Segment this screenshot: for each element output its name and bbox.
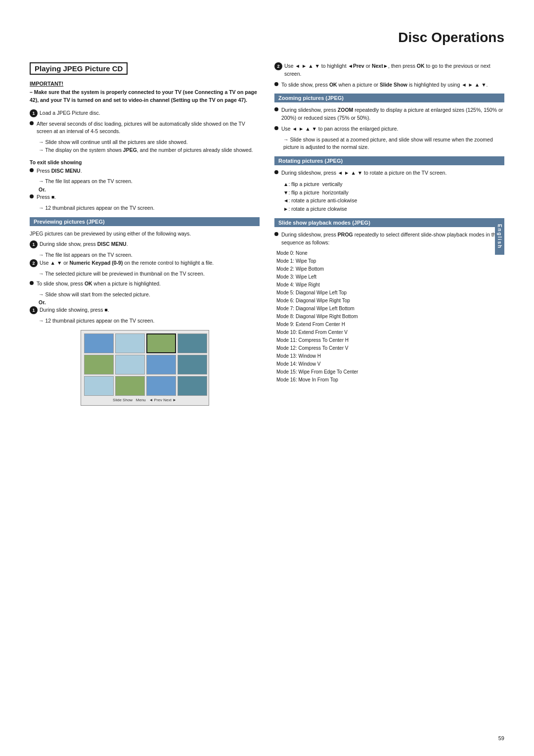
mode-7: Mode 7: Diagonal Wipe Left Bottom — [276, 305, 504, 313]
rotate-section-header: Rotating pictures (JPEG) — [274, 156, 504, 165]
mode-9: Mode 9: Extend From Center H — [276, 321, 504, 329]
thumb-4 — [178, 333, 207, 353]
rotate-down: ▼: flip a picture horizontally — [283, 189, 504, 197]
page: Disc Operations Playing JPEG Picture CD … — [0, 0, 534, 756]
mode-0: Mode 0: None — [276, 249, 504, 257]
bullet-slide-show-ok: To slide show, press OK when a picture i… — [30, 280, 260, 288]
zoom-bullet-1: During slideshow, press ZOOM repeatedly … — [274, 106, 504, 122]
mode-14: Mode 14: Window V — [276, 360, 504, 368]
page-number: 59 — [498, 735, 504, 741]
slide-show-ok-text: To slide show, press OK when a picture i… — [37, 280, 260, 288]
preview-step-2-text: Use ▲ ▼ or Numeric Keypad (0-9) on the r… — [40, 259, 260, 267]
arrow-display-jpeg: The display on the system shows JPEG, an… — [30, 146, 260, 154]
arrow-12-thumbnails-2: 12 thumbnail pictures appear on the TV s… — [30, 317, 260, 325]
important-text: – Make sure that the system is properly … — [30, 89, 260, 104]
mode-12: Mode 12: Compress To Center V — [276, 344, 504, 352]
slideshow-intro-text: During slideshow, press PROG repeatedly … — [281, 231, 504, 247]
thumbnail-preview-box: Slide Show Menu ◄ Prev Next ► — [81, 330, 209, 406]
bullet-rotate — [274, 170, 278, 174]
bullet-zoom-1 — [274, 107, 278, 111]
mode-11: Mode 11: Compress To Center H — [276, 336, 504, 344]
bullet-icon-right-1 — [274, 82, 278, 86]
thumb-controls: Slide Show Menu ◄ Prev Next ► — [84, 398, 206, 402]
arrow-zoom-pause: Slide show is paused at a zoomed picture… — [274, 136, 504, 152]
rotate-bullet: During slideshow, press ◄ ► ▲ ▼ to rotat… — [274, 169, 504, 177]
bullet-icon-1 — [30, 121, 34, 125]
thumb-grid — [84, 333, 206, 396]
mode-4: Mode 4: Wipe Right — [276, 281, 504, 289]
section-title-left: Playing JPEG Picture CD — [30, 62, 128, 75]
thumb-3 — [146, 333, 176, 353]
zoom-bullet-2: Use ◄ ► ▲ ▼ to pan across the enlarged p… — [274, 125, 504, 133]
bullet-disc-loading: After several seconds of disc loading, p… — [30, 120, 260, 136]
bullet-icon-disc-menu — [30, 168, 34, 172]
rotate-left: ◄: rotate a picture anti-clokwise — [283, 196, 504, 205]
step-number-1: 1 — [30, 109, 38, 117]
thumb-5 — [84, 355, 114, 375]
thumb-6 — [115, 355, 145, 375]
page-title: Disc Operations — [30, 30, 504, 50]
preview-intro: JPEG pictures can be previewed by using … — [30, 230, 260, 238]
arrow-selected-picture: The selected picture will be previewed i… — [30, 270, 260, 278]
mode-2: Mode 2: Wipe Bottom — [276, 265, 504, 273]
thumb-10 — [115, 376, 145, 396]
right-step-number-2: 2 — [274, 62, 282, 70]
preview-step-number-2: 2 — [30, 259, 38, 267]
bullet-press-disc-menu: Press DISC MENU. — [30, 167, 260, 175]
preview-step-number-3: 1 — [30, 306, 38, 314]
preview-step-1: 1 During slide show, press DISC MENU. — [30, 240, 260, 248]
zoom-section-header: Zooming pictures (JPEG) — [274, 94, 504, 102]
arrow-12-thumbnails-1: 12 thumbnail pictures appear on the TV s… — [30, 204, 260, 212]
press-stop-text: Press ■. — [37, 193, 260, 201]
mode-13: Mode 13: Window H — [276, 352, 504, 360]
step-1: 1 Load a JPEG Picture disc. — [30, 109, 260, 117]
press-disc-menu-text: Press DISC MENU. — [37, 167, 260, 175]
bullet-icon-ok — [30, 281, 34, 285]
arrow-file-list-1: The file list appears on the TV screen. — [30, 178, 260, 186]
rotate-up: ▲: flip a picture vertically — [283, 180, 504, 189]
or-text-2: Or. — [30, 299, 260, 305]
important-label: IMPORTANT! — [30, 81, 260, 87]
preview-step-3-text: During slide showing, press ■. — [40, 306, 260, 314]
thumb-7 — [146, 355, 176, 375]
slideshow-bullet: During slideshow, press PROG repeatedly … — [274, 231, 504, 247]
preview-step-3: 1 During slide showing, press ■. — [30, 306, 260, 314]
right-slide-show-text: To slide show, press OK when a picture o… — [281, 81, 504, 89]
zoom-text-2: Use ◄ ► ▲ ▼ to pan across the enlarged p… — [281, 125, 504, 133]
right-bullet-slide-show: To slide show, press OK when a picture o… — [274, 81, 504, 89]
zoom-text-1: During slideshow, press ZOOM repeatedly … — [281, 106, 504, 122]
bullet-slideshow — [274, 232, 278, 236]
right-column: 2 Use ◄ ► ▲ ▼ to highlight ◄Prev or Next… — [274, 62, 504, 411]
rotate-text: During slideshow, press ◄ ► ▲ ▼ to rotat… — [281, 169, 504, 177]
mode-16: Mode 16: Move In From Top — [276, 376, 504, 384]
preview-step-number-1: 1 — [30, 240, 38, 248]
step-1-text: Load a JPEG Picture disc. — [40, 109, 260, 117]
bullet-press-stop: Press ■. — [30, 193, 260, 201]
thumb-9 — [84, 376, 114, 396]
mode-3: Mode 3: Wipe Left — [276, 273, 504, 281]
thumb-11 — [146, 376, 176, 396]
thumb-8 — [178, 355, 207, 375]
left-column: Playing JPEG Picture CD IMPORTANT! – Mak… — [30, 62, 260, 411]
preview-step-2: 2 Use ▲ ▼ or Numeric Keypad (0-9) on the… — [30, 259, 260, 267]
english-tab: English — [495, 218, 504, 255]
arrow-file-list-2: The file list appears on the TV screen. — [30, 251, 260, 259]
bullet-icon-stop — [30, 194, 34, 198]
mode-10: Mode 10: Extend From Center V — [276, 329, 504, 336]
bullet-zoom-2 — [274, 126, 278, 130]
preview-step-1-text: During slide show, press DISC MENU. — [40, 240, 260, 248]
arrow-slide-show-continue: Slide show will continue until all the p… — [30, 139, 260, 146]
right-step-2: 2 Use ◄ ► ▲ ▼ to highlight ◄Prev or Next… — [274, 62, 504, 78]
mode-15: Mode 15: Wipe From Edge To Center — [276, 368, 504, 376]
rotate-sub-list: ▲: flip a picture vertically ▼: flip a p… — [274, 180, 504, 213]
rotate-right: ►: rotate a picture clokwise — [283, 205, 504, 213]
thumb-2 — [115, 333, 145, 353]
right-step-2-text: Use ◄ ► ▲ ▼ to highlight ◄Prev or Next►,… — [284, 62, 504, 78]
mode-6: Mode 6: Diagonal Wipe Right Top — [276, 297, 504, 305]
preview-section-header: Previewing pictures (JPEG) — [30, 217, 260, 226]
slideshow-section-header: Slide show playback modes (JPEG) — [274, 218, 504, 227]
or-text-1: Or. — [30, 187, 260, 192]
mode-1: Mode 1: Wipe Top — [276, 257, 504, 265]
mode-5: Mode 5: Diagonal Wipe Left Top — [276, 289, 504, 297]
modes-list: Mode 0: None Mode 1: Wipe Top Mode 2: Wi… — [274, 249, 504, 384]
